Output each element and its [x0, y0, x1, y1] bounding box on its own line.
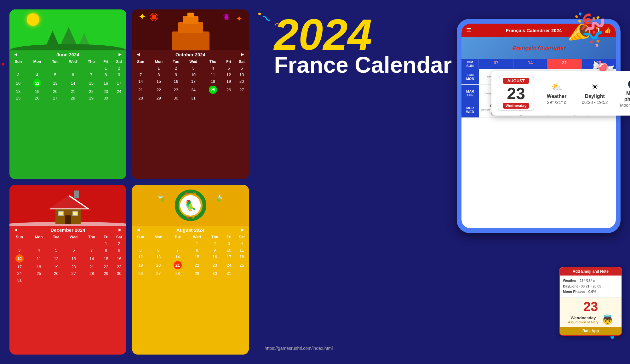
dec-day: 11 [29, 253, 48, 264]
day-name: Wednesday [503, 103, 529, 109]
dec-h-wed: Wed [64, 234, 83, 240]
dec-day: 18 [29, 264, 48, 270]
august-prev[interactable]: ◄ [136, 227, 141, 233]
june-header-fri: Fri [100, 59, 112, 65]
december-prev[interactable]: ◄ [13, 227, 18, 233]
moon-icon: 🌑 [617, 79, 630, 89]
note-panel: Add Emoji and Note Weather - 28° /18° c … [559, 267, 622, 336]
august-calendar: ❀ ❀ ❀ ❀ 🦜 🍃 🍃 ◄ August 202 [132, 185, 249, 355]
june-day: 9 [112, 71, 126, 78]
table-row: 252627282930 [9, 95, 126, 101]
aug-day: 13 [149, 253, 168, 260]
june-day: 14 [63, 78, 83, 88]
aug-h-thu: Thu [206, 234, 223, 240]
dim-cell-highlighted: 21 [547, 59, 582, 69]
aug-day [132, 240, 149, 247]
dec-day-highlighted: 10 [9, 253, 29, 264]
aug-day: 19 [132, 260, 149, 270]
august-nav: ◄ August 2024 ► [132, 226, 249, 234]
october-calendar: ✦ ✦ ✺ ✺ ◄ October 2024 ► Sun Mon Tue Wed… [132, 9, 249, 179]
dec-h-sat: Sat [112, 234, 126, 240]
oct-day: 7 [132, 71, 149, 78]
right-side: 2024 France Calendar 🎉 🍬 @ ● ● ☰ Françai… [255, 9, 621, 355]
moon-label: Moon phases [617, 91, 630, 102]
june-next[interactable]: ► [117, 52, 123, 57]
main-content: ~ ~ 〜 〜 [0, 0, 630, 364]
oct-day: 16 [168, 78, 184, 85]
aug-day: 6 [149, 247, 168, 253]
table-row: 567891011 [132, 247, 249, 253]
dec-day: 19 [48, 264, 64, 270]
aug-day: 14 [168, 253, 187, 260]
aug-day: 22 [187, 260, 206, 270]
dec-day [100, 277, 112, 283]
june-day: 13 [47, 78, 63, 88]
june-day: 26 [27, 95, 47, 101]
aug-day: 3 [223, 240, 235, 247]
table-row: 3456789 [9, 247, 126, 253]
table-row: 3456789 [9, 71, 126, 78]
phone-screen: ☰ Français Calendrier 2024 ⬆ 👍 Français … [461, 24, 616, 228]
august-illustration: ❀ ❀ ❀ ❀ 🦜 🍃 🍃 [132, 185, 249, 226]
mary-icon: 👼 [602, 314, 613, 325]
august-table: Sun Mon Tue Wed Thu Fri Sat 1234 5678910… [132, 234, 249, 277]
june-day: 29 [83, 95, 100, 101]
year-title: 2024 [274, 13, 452, 57]
dec-day [112, 277, 126, 283]
table-row: 1234 [132, 240, 249, 247]
june-day: 6 [63, 71, 83, 78]
dec-day: 30 [112, 270, 126, 277]
oct-h-thu: Thu [203, 59, 223, 65]
june-prev[interactable]: ◄ [13, 52, 18, 57]
oct-day: 18 [203, 78, 223, 85]
dec-day [48, 240, 64, 247]
table-row: 12 [9, 240, 126, 247]
aug-day: 30 [206, 270, 223, 277]
aug-day: 12 [132, 253, 149, 260]
june-nav: ◄ June 2024 ► [9, 50, 126, 59]
aug-day: 16 [206, 253, 223, 260]
dec-day: 3 [9, 247, 29, 253]
december-next[interactable]: ► [117, 227, 123, 233]
dec-day: 24 [9, 270, 29, 277]
note-day-name: Wendnesday [568, 316, 598, 320]
october-next[interactable]: ► [240, 52, 245, 57]
rate-app-button[interactable]: Rate App [560, 327, 621, 335]
dim-cell: 14 [513, 59, 547, 69]
june-day: 27 [47, 95, 63, 101]
december-nav: ◄ December 2024 ► [9, 226, 126, 234]
august-month-year: August 2024 [176, 227, 204, 233]
august-next[interactable]: ► [240, 227, 245, 233]
month-label: AUGUST [503, 78, 529, 84]
dec-day: 8 [100, 247, 112, 253]
dec-day [64, 240, 83, 247]
aug-day [168, 240, 187, 247]
mer-label: MERWED [461, 102, 479, 117]
oct-day: 14 [132, 78, 149, 85]
june-day: 25 [9, 95, 27, 101]
oct-day: 21 [132, 85, 149, 95]
dec-day [29, 277, 48, 283]
oct-day [132, 65, 149, 71]
june-day: 3 [9, 71, 27, 78]
url-text: https://gamesrushti.com/index.html [265, 346, 333, 351]
oct-day [235, 95, 249, 101]
oct-day: 31 [184, 95, 203, 101]
dec-h-mon: Mon [29, 234, 48, 240]
menu-icon[interactable]: ☰ [466, 27, 471, 34]
oct-day: 6 [235, 65, 249, 71]
table-row: 21222324 25 2627 [132, 85, 249, 95]
weather-label: Weather [541, 94, 572, 99]
aug-day: 4 [235, 240, 249, 247]
oct-day: 15 [149, 78, 168, 85]
date-badge: AUGUST 23 Wednesday [498, 76, 534, 111]
aug-day: 31 [223, 270, 235, 277]
table-row: 24252627282930 [9, 270, 126, 277]
aug-day: 9 [206, 247, 223, 253]
table-row: 10 111213141516 [9, 253, 126, 264]
oct-h-mon: Mon [149, 59, 168, 65]
dec-h-sun: Sun [9, 234, 29, 240]
aug-h-wed: Wed [187, 234, 206, 240]
october-prev[interactable]: ◄ [136, 52, 141, 57]
title-section: 2024 France Calendar [274, 13, 452, 76]
